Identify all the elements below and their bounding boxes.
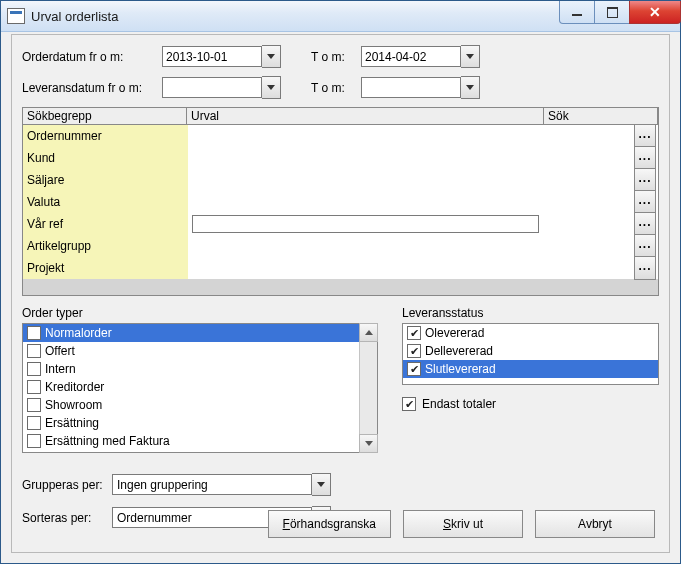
delivery-status-label: Leveransstatus <box>402 306 659 320</box>
delivery-date-row: Leveransdatum fr o m: T o m: <box>22 76 659 99</box>
grid-row[interactable]: Säljare... <box>23 169 658 191</box>
grid-row-search: ... <box>543 257 658 279</box>
grid-row-search: ... <box>543 191 658 213</box>
order-type-item[interactable]: Kreditorder <box>23 378 359 396</box>
group-by-label: Grupperas per: <box>22 478 112 492</box>
order-types-list[interactable]: NormalorderOffertInternKreditorderShowro… <box>22 323 378 453</box>
grid-row[interactable]: Kund... <box>23 147 658 169</box>
window-controls: ✕ <box>559 1 680 31</box>
order-type-item[interactable]: Showroom <box>23 396 359 414</box>
delivery-status-checkbox[interactable] <box>407 362 421 376</box>
order-type-label: Ersättning med Faktura <box>45 434 170 448</box>
sort-by-label: Sorteras per: <box>22 511 112 525</box>
cancel-button[interactable]: Avbryt <box>535 510 655 538</box>
order-date-from-dropdown[interactable] <box>262 45 281 68</box>
window-title: Urval orderlista <box>31 9 118 24</box>
grid-row[interactable]: Projekt... <box>23 257 658 279</box>
lookup-button[interactable]: ... <box>634 212 656 236</box>
order-type-item[interactable]: Ersättning med Faktura <box>23 432 359 450</box>
order-type-checkbox[interactable] <box>27 362 41 376</box>
print-button[interactable]: Skriv ut <box>403 510 523 538</box>
grid-row-label: Ordernummer <box>23 125 188 147</box>
scroll-up-button[interactable] <box>359 323 378 342</box>
order-type-checkbox[interactable] <box>27 344 41 358</box>
our-ref-input[interactable] <box>192 215 539 233</box>
lookup-button[interactable]: ... <box>634 124 656 148</box>
order-type-checkbox[interactable] <box>27 434 41 448</box>
delivery-date-to-dropdown[interactable] <box>461 76 480 99</box>
grid-row-urval[interactable] <box>188 147 543 169</box>
delivery-status-checkbox[interactable] <box>407 344 421 358</box>
lookup-button[interactable]: ... <box>634 168 656 192</box>
order-type-label: Showroom <box>45 398 102 412</box>
grid-row-urval[interactable] <box>188 169 543 191</box>
grid-row-urval[interactable] <box>188 235 543 257</box>
order-date-to-label: T o m: <box>311 50 361 64</box>
preview-button-rest: örhandsgranska <box>290 517 376 531</box>
scroll-down-button[interactable] <box>359 434 378 453</box>
delivery-date-from-field[interactable] <box>162 77 262 98</box>
order-types-scrollbar[interactable] <box>359 324 377 452</box>
criteria-grid: Sökbegrepp Urval Sök Ordernummer...Kund.… <box>22 107 659 296</box>
main-panel: Orderdatum fr o m: 2013-10-01 T o m: 201… <box>11 34 670 553</box>
order-date-from-field[interactable]: 2013-10-01 <box>162 46 262 67</box>
only-totals-label: Endast totaler <box>422 397 496 411</box>
order-type-item[interactable]: Normalorder <box>23 324 359 342</box>
order-type-item[interactable]: Intern <box>23 360 359 378</box>
order-type-checkbox[interactable] <box>27 398 41 412</box>
grid-row-search: ... <box>543 147 658 169</box>
order-date-to-dropdown[interactable] <box>461 45 480 68</box>
preview-button[interactable]: Förhandsgranska <box>268 510 391 538</box>
delivery-status-list[interactable]: OlevereradDellevereradSlutlevererad <box>402 323 659 385</box>
delivery-date-from-dropdown[interactable] <box>262 76 281 99</box>
grid-row-search: ... <box>543 235 658 257</box>
grid-row-label: Kund <box>23 147 188 169</box>
delivery-status-label: Slutlevererad <box>425 362 496 376</box>
lookup-button[interactable]: ... <box>634 146 656 170</box>
order-type-item[interactable]: Ersättning <box>23 414 359 432</box>
order-type-checkbox[interactable] <box>27 326 41 340</box>
order-date-to-field[interactable]: 2014-04-02 <box>361 46 461 67</box>
order-type-checkbox[interactable] <box>27 416 41 430</box>
grid-header-urval: Urval <box>186 107 544 125</box>
titlebar[interactable]: Urval orderlista ✕ <box>1 1 680 32</box>
grid-header-sok: Sök <box>543 107 658 125</box>
order-types-label: Order typer <box>22 306 378 320</box>
delivery-date-to-field[interactable] <box>361 77 461 98</box>
grid-header: Sökbegrepp Urval Sök <box>23 108 658 125</box>
delivery-date-from-label: Leveransdatum fr o m: <box>22 81 162 95</box>
delivery-status-label: Olevererad <box>425 326 484 340</box>
grid-row-search: ... <box>543 169 658 191</box>
delivery-status-item[interactable]: Olevererad <box>403 324 658 342</box>
order-type-item[interactable]: Offert <box>23 342 359 360</box>
group-by-combo[interactable]: Ingen gruppering <box>112 474 312 495</box>
grid-row[interactable]: Ordernummer... <box>23 125 658 147</box>
grid-row[interactable]: Vår ref... <box>23 213 658 235</box>
delivery-status-item[interactable]: Dellevererad <box>403 342 658 360</box>
grid-row-urval[interactable] <box>188 125 543 147</box>
order-date-from-label: Orderdatum fr o m: <box>22 50 162 64</box>
close-button[interactable]: ✕ <box>629 1 681 24</box>
grid-row-search: ... <box>543 125 658 147</box>
grid-row[interactable]: Artikelgrupp... <box>23 235 658 257</box>
grid-header-label: Sökbegrepp <box>22 107 187 125</box>
maximize-button[interactable] <box>594 1 630 24</box>
group-by-dropdown[interactable] <box>312 473 331 496</box>
order-type-label: Offert <box>45 344 75 358</box>
lookup-button[interactable]: ... <box>634 256 656 280</box>
order-type-checkbox[interactable] <box>27 380 41 394</box>
order-date-row: Orderdatum fr o m: 2013-10-01 T o m: 201… <box>22 45 659 68</box>
delivery-status-label: Dellevererad <box>425 344 493 358</box>
only-totals-checkbox[interactable] <box>402 397 416 411</box>
grid-row-urval[interactable] <box>188 191 543 213</box>
delivery-status-checkbox[interactable] <box>407 326 421 340</box>
grid-row-urval[interactable] <box>188 257 543 279</box>
grid-row-urval[interactable] <box>188 213 543 235</box>
grid-row[interactable]: Valuta... <box>23 191 658 213</box>
lookup-button[interactable]: ... <box>634 190 656 214</box>
lookup-button[interactable]: ... <box>634 234 656 258</box>
only-totals-row[interactable]: Endast totaler <box>402 397 659 411</box>
grid-row-label: Artikelgrupp <box>23 235 188 257</box>
minimize-button[interactable] <box>559 1 595 24</box>
delivery-status-item[interactable]: Slutlevererad <box>403 360 658 378</box>
